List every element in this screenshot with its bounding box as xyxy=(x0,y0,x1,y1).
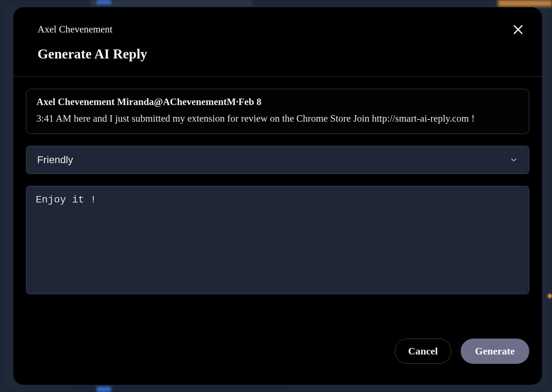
blurred-decoration xyxy=(90,0,253,6)
blurred-decoration xyxy=(548,294,552,298)
cancel-button[interactable]: Cancel xyxy=(395,339,451,364)
post-content: 3:41 AM here and I just submitted my ext… xyxy=(36,112,519,125)
modal-footer: Cancel Generate xyxy=(13,339,542,385)
blurred-decoration xyxy=(97,0,111,4)
blurred-decoration xyxy=(498,0,552,6)
modal-body: Axel Chevenement Miranda@AChevenementM·F… xyxy=(13,77,542,339)
close-icon xyxy=(512,24,524,35)
generate-button[interactable]: Generate xyxy=(461,339,529,364)
tone-select[interactable]: Friendly xyxy=(26,146,529,174)
modal-header: Axel Chevenement Generate AI Reply xyxy=(13,7,542,77)
close-button[interactable] xyxy=(511,22,525,37)
tone-label: Friendly xyxy=(37,154,73,166)
author-name: Axel Chevenement xyxy=(38,24,524,35)
post-header: Axel Chevenement Miranda@AChevenementM·F… xyxy=(36,96,519,108)
original-post-box: Axel Chevenement Miranda@AChevenementM·F… xyxy=(26,89,529,134)
blurred-decoration xyxy=(97,387,111,392)
post-separator: · xyxy=(236,96,238,107)
modal-title: Generate AI Reply xyxy=(38,46,524,62)
reply-textarea[interactable] xyxy=(26,186,529,294)
post-author-handle: @AChevenementM xyxy=(154,96,236,107)
ai-reply-modal: Axel Chevenement Generate AI Reply Axel … xyxy=(13,7,542,385)
post-author-name: Axel Chevenement Miranda xyxy=(36,96,154,107)
post-date: Feb 8 xyxy=(238,96,262,107)
chevron-down-icon xyxy=(509,156,518,164)
